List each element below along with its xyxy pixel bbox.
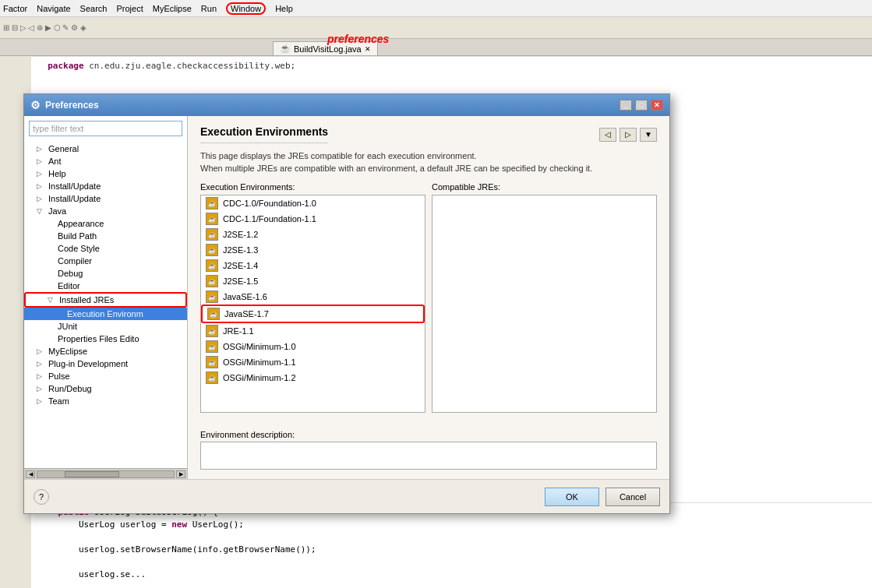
menu-project[interactable]: Project (116, 4, 143, 13)
env-item-j2se-1.5[interactable]: ☕ J2SE-1.5 (201, 273, 425, 289)
env-label-j2se14: J2SE-1.4 (223, 261, 258, 270)
env-item-osgi-min-1.1[interactable]: ☕ OSGi/Minimum-1.1 (201, 354, 425, 370)
tree-item-java[interactable]: ▽ Java (24, 205, 187, 217)
menu-factor[interactable]: Factor (3, 4, 27, 13)
tree-item-plugin-dev[interactable]: ▷ Plug-in Development (24, 357, 187, 370)
menu-window[interactable]: Window (226, 2, 266, 15)
scroll-left-arrow[interactable]: ◀ (26, 470, 35, 478)
help-button[interactable]: ? (34, 489, 49, 505)
env-label-javase16: JavaSE-1.6 (223, 292, 267, 301)
tree-item-execution-env[interactable]: Execution Environm (24, 308, 187, 320)
tree-label-team[interactable]: Team (48, 396, 69, 406)
menu-search[interactable]: Search (80, 4, 108, 13)
dialog-close-button[interactable]: ✕ (651, 100, 663, 111)
tree-label-ant[interactable]: Ant (48, 157, 62, 166)
tree-item-run-debug[interactable]: ▷ Run/Debug (24, 382, 187, 395)
env-label-cdc10: CDC-1.0/Foundation-1.0 (223, 199, 316, 208)
env-item-javase-1.7[interactable]: ☕ JavaSE-1.7 (201, 305, 425, 323)
tree-item-editor[interactable]: Editor (24, 280, 187, 292)
tree-item-junit[interactable]: JUnit (24, 320, 187, 333)
tree-label-install2[interactable]: Install/Update (48, 194, 101, 203)
tree-label-compiler[interactable]: Compiler (58, 256, 92, 266)
tree-label-general[interactable]: General (48, 144, 79, 153)
scroll-right-arrow[interactable]: ▶ (176, 470, 185, 478)
tree-label-debug[interactable]: Debug (58, 269, 83, 278)
tree-label-appearance[interactable]: Appearance (58, 219, 104, 228)
tree-label-install1[interactable]: Install/Update (48, 181, 101, 191)
tree-item-install2[interactable]: ▷ Install/Update (24, 192, 187, 205)
env-item-cdc-1.1[interactable]: ☕ CDC-1.1/Foundation-1.1 (201, 211, 425, 227)
ide-titlebar: Factor Navigate Search Project MyEclipse… (0, 0, 872, 17)
tree-item-installed-jres[interactable]: ▽ Installed JREs (24, 292, 187, 308)
cancel-button[interactable]: Cancel (605, 488, 660, 506)
tree-item-compiler[interactable]: Compiler (24, 255, 187, 267)
menu-run[interactable]: Run (201, 4, 217, 13)
dialog-body: ▷ General ▷ Ant ▷ Help ▷ Install/Update … (24, 116, 669, 479)
env-list-box[interactable]: ☕ CDC-1.0/Foundation-1.0 ☕ CDC-1.1/Found… (200, 195, 425, 413)
tree-item-properties-files[interactable]: Properties Files Edito (24, 333, 187, 345)
env-item-j2se-1.3[interactable]: ☕ J2SE-1.3 (201, 242, 425, 258)
tree-item-code-style[interactable]: Code Style (24, 242, 187, 255)
tree-label-build-path[interactable]: Build Path (58, 231, 97, 241)
nav-dropdown-button[interactable]: ▼ (640, 128, 657, 142)
tree-item-appearance[interactable]: Appearance (24, 217, 187, 230)
env-description-section: Environment description: (200, 430, 657, 470)
nav-forward-button[interactable]: ▷ (620, 128, 637, 142)
tree-item-general[interactable]: ▷ General (24, 143, 187, 155)
expand-icon-junit (46, 322, 55, 330)
tree-label-java[interactable]: Java (48, 206, 66, 216)
tree-search-input[interactable] (29, 121, 182, 136)
env-item-j2se-1.2[interactable]: ☕ J2SE-1.2 (201, 227, 425, 242)
nav-back-button[interactable]: ◁ (599, 128, 616, 142)
tree-label-junit[interactable]: JUnit (58, 322, 77, 331)
tree-label-editor[interactable]: Editor (58, 281, 80, 290)
tree-item-myeclipse[interactable]: ▷ MyEclipse (24, 345, 187, 357)
env-item-cdc-1.0[interactable]: ☕ CDC-1.0/Foundation-1.0 (201, 195, 425, 211)
env-item-j2se-1.4[interactable]: ☕ J2SE-1.4 (201, 258, 425, 273)
tree-label-props[interactable]: Properties Files Edito (58, 334, 139, 343)
tree-label-code-style[interactable]: Code Style (58, 244, 100, 253)
tree-label-installed-jres[interactable]: Installed JREs (59, 295, 114, 305)
tree-label-myeclipse[interactable]: MyEclipse (48, 347, 87, 356)
env-item-jre-1.1[interactable]: ☕ JRE-1.1 (201, 323, 425, 339)
tab-label[interactable]: BuildVisitLog.java (294, 44, 362, 54)
tree-item-help[interactable]: ▷ Help (24, 167, 187, 180)
tree-item-build-path[interactable]: Build Path (24, 230, 187, 242)
jre-list-box[interactable] (432, 195, 657, 413)
desc-line2: When multiple JREs are compatible with a… (200, 162, 657, 174)
tree-item-ant[interactable]: ▷ Ant (24, 155, 187, 167)
tree-item-team[interactable]: ▷ Team (24, 395, 187, 407)
env-icon: ☕ (206, 197, 218, 209)
dialog-minimize-button[interactable]: _ (620, 100, 632, 111)
tree-content: ▷ General ▷ Ant ▷ Help ▷ Install/Update … (24, 141, 187, 468)
scroll-thumb[interactable] (37, 470, 175, 478)
env-label-j2se13: J2SE-1.3 (223, 245, 258, 255)
tree-item-install1[interactable]: ▷ Install/Update (24, 180, 187, 192)
env-icon: ☕ (206, 244, 218, 256)
env-label-osgi11: OSGi/Minimum-1.1 (223, 357, 296, 367)
tree-horizontal-scrollbar[interactable]: ◀ ▶ (24, 468, 187, 479)
tree-label-help[interactable]: Help (48, 169, 66, 178)
menu-myeclipse[interactable]: MyEclipse (153, 4, 192, 13)
env-item-osgi-min-1.0[interactable]: ☕ OSGi/Minimum-1.0 (201, 339, 425, 354)
dialog-titlebar: ⚙ Preferences _ □ ✕ (24, 94, 669, 116)
menu-help[interactable]: Help (275, 4, 293, 13)
tab-close-icon[interactable]: ✕ (365, 45, 371, 53)
env-icon: ☕ (206, 356, 218, 368)
ok-button[interactable]: OK (545, 488, 599, 506)
tree-item-debug[interactable]: Debug (24, 267, 187, 280)
env-item-javase-1.6[interactable]: ☕ JavaSE-1.6 (201, 289, 425, 305)
env-label-j2se15: J2SE-1.5 (223, 276, 258, 286)
tree-label-plugin[interactable]: Plug-in Development (48, 359, 128, 368)
env-icon: ☕ (206, 228, 218, 241)
tree-label-exec-env[interactable]: Execution Environm (67, 309, 143, 319)
env-item-osgi-min-1.2[interactable]: ☕ OSGi/Minimum-1.2 (201, 370, 425, 386)
jre-list-label: Compatible JREs: (432, 182, 657, 192)
tree-label-run-debug[interactable]: Run/Debug (48, 384, 92, 393)
tree-item-pulse[interactable]: ▷ Pulse (24, 370, 187, 382)
dialog-maximize-button[interactable]: □ (635, 100, 648, 111)
dialog-title-controls: _ □ ✕ (620, 100, 663, 111)
menu-navigate[interactable]: Navigate (37, 4, 70, 13)
env-label-osgi12: OSGi/Minimum-1.2 (223, 373, 296, 382)
tree-label-pulse[interactable]: Pulse (48, 371, 70, 381)
